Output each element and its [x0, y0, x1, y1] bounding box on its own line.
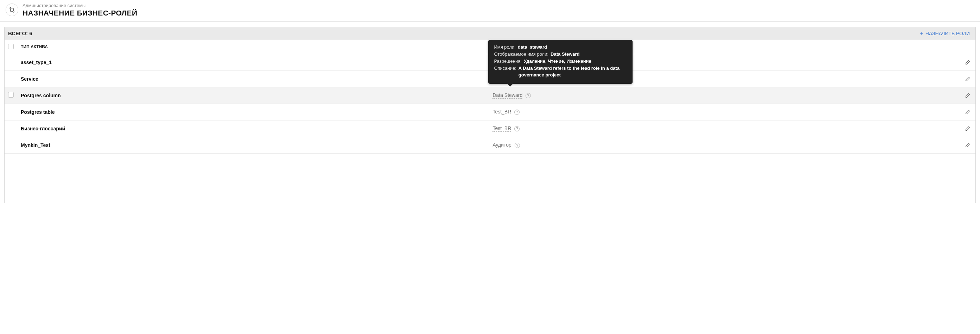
tooltip-perm-value: Удаление, Чтение, Изменение: [524, 58, 591, 65]
tooltip-name-value: data_steward: [518, 44, 547, 51]
tooltip-desc-value: A Data Steward refers to the lead role i…: [519, 65, 627, 78]
select-all-checkbox[interactable]: [8, 44, 14, 50]
asset-type-name: Postgres column: [21, 93, 61, 98]
page-title: НАЗНАЧЕНИЕ БИЗНЕС-РОЛЕЙ: [22, 9, 137, 17]
roles-icon: [6, 3, 18, 16]
help-icon[interactable]: ?: [525, 93, 531, 98]
row-checkbox[interactable]: [8, 92, 14, 97]
page-header: Администрирование системы НАЗНАЧЕНИЕ БИЗ…: [0, 0, 980, 22]
table-row[interactable]: Postgres table Test_BR ?: [5, 104, 975, 120]
asset-type-name: Бизнес-глоссарий: [21, 126, 65, 131]
table-row[interactable]: Postgres column Data Steward ?: [5, 87, 975, 104]
role-chip[interactable]: Test_BR: [492, 109, 511, 115]
edit-button[interactable]: [964, 141, 972, 149]
svg-point-0: [10, 8, 11, 9]
plus-icon: +: [920, 30, 923, 36]
asset-type-name: Service: [21, 76, 38, 82]
edit-button[interactable]: [964, 59, 972, 66]
tooltip-name-label: Имя роли:: [494, 44, 518, 51]
table-row[interactable]: Mynkin_Test Аудитор ?: [5, 137, 975, 153]
edit-button[interactable]: [964, 92, 972, 99]
tooltip-desc-label: Описание:: [494, 65, 518, 78]
column-asset-type[interactable]: ТИП АКТИВА: [17, 40, 489, 54]
edit-button[interactable]: [964, 108, 972, 116]
tooltip-perm-label: Разрешения:: [494, 58, 524, 65]
table-row[interactable]: Бизнес-глоссарий Test_BR ?: [5, 120, 975, 137]
edit-button[interactable]: [964, 125, 972, 133]
breadcrumb: Администрирование системы: [22, 3, 137, 9]
role-chip[interactable]: Test_BR: [492, 125, 511, 132]
help-icon[interactable]: ?: [514, 110, 520, 115]
edit-button[interactable]: [964, 75, 972, 83]
tooltip-display-label: Отображаемое имя роли:: [494, 51, 550, 58]
svg-point-1: [13, 11, 14, 13]
asset-type-name: Mynkin_Test: [21, 142, 50, 148]
asset-type-name: asset_type_1: [21, 59, 52, 65]
help-icon[interactable]: ?: [514, 126, 520, 131]
tooltip-display-value: Data Steward: [550, 51, 579, 58]
assign-roles-button[interactable]: + НАЗНАЧИТЬ РОЛИ: [918, 29, 972, 38]
help-icon[interactable]: ?: [515, 143, 520, 148]
role-chip[interactable]: Аудитор: [492, 142, 511, 148]
assign-roles-label: НАЗНАЧИТЬ РОЛИ: [926, 30, 970, 36]
role-chip[interactable]: Data Steward: [492, 92, 522, 99]
total-count: ВСЕГО: 6: [8, 30, 32, 36]
role-tooltip: Имя роли: data_steward Отображаемое имя …: [488, 40, 633, 83]
asset-type-name: Postgres table: [21, 109, 54, 115]
